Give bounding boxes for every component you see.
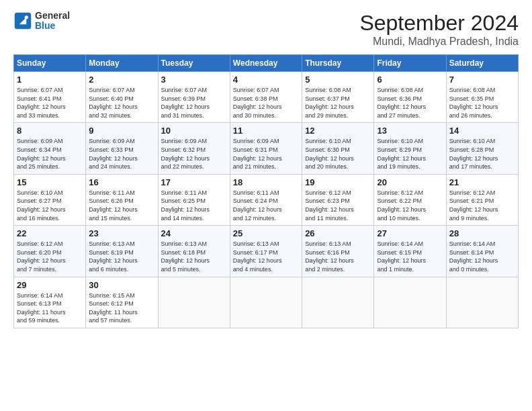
day-cell: 16Sunrise: 6:11 AM Sunset: 6:26 PM Dayli… — [86, 174, 158, 225]
day-cell: 6Sunrise: 6:08 AM Sunset: 6:36 PM Daylig… — [374, 72, 446, 123]
day-number: 26 — [305, 228, 371, 238]
day-info: Sunrise: 6:08 AM Sunset: 6:35 PM Dayligh… — [449, 86, 515, 120]
calendar-table: SundayMondayTuesdayWednesdayThursdayFrid… — [13, 54, 519, 328]
day-number: 6 — [377, 75, 443, 85]
day-number: 18 — [233, 177, 299, 187]
day-cell: 21Sunrise: 6:12 AM Sunset: 6:21 PM Dayli… — [446, 174, 518, 225]
day-info: Sunrise: 6:14 AM Sunset: 6:14 PM Dayligh… — [449, 240, 515, 273]
day-info: Sunrise: 6:12 AM Sunset: 6:20 PM Dayligh… — [17, 240, 83, 273]
day-cell: 20Sunrise: 6:12 AM Sunset: 6:22 PM Dayli… — [374, 174, 446, 225]
day-info: Sunrise: 6:10 AM Sunset: 6:28 PM Dayligh… — [449, 137, 515, 171]
week-row-2: 8Sunrise: 6:09 AM Sunset: 6:34 PM Daylig… — [14, 123, 519, 174]
day-cell: 10Sunrise: 6:09 AM Sunset: 6:32 PM Dayli… — [158, 123, 230, 174]
day-info: Sunrise: 6:13 AM Sunset: 6:17 PM Dayligh… — [233, 240, 299, 273]
day-cell: 3Sunrise: 6:07 AM Sunset: 6:39 PM Daylig… — [158, 72, 230, 123]
day-number: 20 — [377, 177, 443, 187]
day-number: 29 — [17, 280, 83, 290]
day-info: Sunrise: 6:14 AM Sunset: 6:13 PM Dayligh… — [17, 291, 83, 325]
day-cell: 28Sunrise: 6:14 AM Sunset: 6:14 PM Dayli… — [446, 226, 518, 277]
day-info: Sunrise: 6:12 AM Sunset: 6:23 PM Dayligh… — [305, 189, 371, 222]
day-info: Sunrise: 6:11 AM Sunset: 6:24 PM Dayligh… — [233, 189, 299, 222]
day-cell: 27Sunrise: 6:14 AM Sunset: 6:15 PM Dayli… — [374, 226, 446, 277]
day-info: Sunrise: 6:13 AM Sunset: 6:19 PM Dayligh… — [89, 240, 154, 273]
day-info: Sunrise: 6:12 AM Sunset: 6:21 PM Dayligh… — [449, 189, 515, 222]
day-cell — [446, 277, 518, 328]
day-info: Sunrise: 6:10 AM Sunset: 6:29 PM Dayligh… — [377, 137, 443, 171]
day-info: Sunrise: 6:09 AM Sunset: 6:31 PM Dayligh… — [233, 137, 299, 171]
day-info: Sunrise: 6:08 AM Sunset: 6:36 PM Dayligh… — [377, 86, 443, 120]
day-number: 3 — [161, 75, 227, 85]
day-number: 4 — [233, 75, 299, 85]
week-row-4: 22Sunrise: 6:12 AM Sunset: 6:20 PM Dayli… — [14, 226, 519, 277]
day-info: Sunrise: 6:10 AM Sunset: 6:30 PM Dayligh… — [305, 137, 371, 171]
day-cell — [374, 277, 446, 328]
weekday-row: SundayMondayTuesdayWednesdayThursdayFrid… — [14, 55, 519, 72]
logo-general: General — [35, 11, 70, 21]
day-number: 10 — [161, 126, 227, 136]
day-info: Sunrise: 6:08 AM Sunset: 6:37 PM Dayligh… — [305, 86, 371, 120]
calendar-title: September 2024 — [359, 11, 519, 36]
weekday-header-friday: Friday — [374, 55, 446, 72]
day-number: 17 — [161, 177, 227, 187]
day-number: 15 — [17, 177, 83, 187]
day-cell — [158, 277, 230, 328]
day-number: 21 — [449, 177, 515, 187]
svg-point-2 — [25, 16, 28, 19]
day-info: Sunrise: 6:13 AM Sunset: 6:18 PM Dayligh… — [161, 240, 227, 273]
logo-text: General Blue — [35, 11, 70, 32]
day-number: 16 — [89, 177, 154, 187]
weekday-header-sunday: Sunday — [14, 55, 86, 72]
day-cell: 7Sunrise: 6:08 AM Sunset: 6:35 PM Daylig… — [446, 72, 518, 123]
day-info: Sunrise: 6:13 AM Sunset: 6:16 PM Dayligh… — [305, 240, 371, 273]
logo: General Blue — [13, 11, 70, 32]
day-number: 7 — [449, 75, 515, 85]
page-container: General Blue September 2024 Mundi, Madhy… — [0, 0, 532, 335]
day-cell: 13Sunrise: 6:10 AM Sunset: 6:29 PM Dayli… — [374, 123, 446, 174]
day-cell: 9Sunrise: 6:09 AM Sunset: 6:33 PM Daylig… — [86, 123, 158, 174]
calendar-subtitle: Mundi, Madhya Pradesh, India — [359, 36, 519, 48]
weekday-header-thursday: Thursday — [302, 55, 374, 72]
day-cell: 17Sunrise: 6:11 AM Sunset: 6:25 PM Dayli… — [158, 174, 230, 225]
day-cell: 23Sunrise: 6:13 AM Sunset: 6:19 PM Dayli… — [86, 226, 158, 277]
day-info: Sunrise: 6:11 AM Sunset: 6:25 PM Dayligh… — [161, 189, 227, 222]
day-info: Sunrise: 6:07 AM Sunset: 6:40 PM Dayligh… — [89, 86, 154, 120]
day-number: 12 — [305, 126, 371, 136]
day-cell: 15Sunrise: 6:10 AM Sunset: 6:27 PM Dayli… — [14, 174, 86, 225]
day-cell: 12Sunrise: 6:10 AM Sunset: 6:30 PM Dayli… — [302, 123, 374, 174]
day-cell: 18Sunrise: 6:11 AM Sunset: 6:24 PM Dayli… — [230, 174, 302, 225]
day-cell: 5Sunrise: 6:08 AM Sunset: 6:37 PM Daylig… — [302, 72, 374, 123]
day-cell: 11Sunrise: 6:09 AM Sunset: 6:31 PM Dayli… — [230, 123, 302, 174]
day-cell: 25Sunrise: 6:13 AM Sunset: 6:17 PM Dayli… — [230, 226, 302, 277]
day-cell: 19Sunrise: 6:12 AM Sunset: 6:23 PM Dayli… — [302, 174, 374, 225]
weekday-header-wednesday: Wednesday — [230, 55, 302, 72]
day-cell — [302, 277, 374, 328]
calendar-header: SundayMondayTuesdayWednesdayThursdayFrid… — [14, 55, 519, 72]
day-cell: 24Sunrise: 6:13 AM Sunset: 6:18 PM Dayli… — [158, 226, 230, 277]
week-row-5: 29Sunrise: 6:14 AM Sunset: 6:13 PM Dayli… — [14, 277, 519, 328]
day-number: 5 — [305, 75, 371, 85]
day-info: Sunrise: 6:15 AM Sunset: 6:12 PM Dayligh… — [89, 291, 154, 325]
day-number: 19 — [305, 177, 371, 187]
day-cell — [230, 277, 302, 328]
logo-icon — [13, 11, 32, 30]
day-info: Sunrise: 6:07 AM Sunset: 6:38 PM Dayligh… — [233, 86, 299, 120]
day-info: Sunrise: 6:12 AM Sunset: 6:22 PM Dayligh… — [377, 189, 443, 222]
day-number: 14 — [449, 126, 515, 136]
day-cell: 29Sunrise: 6:14 AM Sunset: 6:13 PM Dayli… — [14, 277, 86, 328]
day-number: 2 — [89, 75, 154, 85]
day-cell: 8Sunrise: 6:09 AM Sunset: 6:34 PM Daylig… — [14, 123, 86, 174]
day-cell: 4Sunrise: 6:07 AM Sunset: 6:38 PM Daylig… — [230, 72, 302, 123]
day-info: Sunrise: 6:09 AM Sunset: 6:33 PM Dayligh… — [89, 137, 154, 171]
day-info: Sunrise: 6:09 AM Sunset: 6:32 PM Dayligh… — [161, 137, 227, 171]
day-number: 30 — [89, 280, 154, 290]
header-row: General Blue September 2024 Mundi, Madhy… — [13, 11, 519, 48]
day-number: 1 — [17, 75, 83, 85]
weekday-header-tuesday: Tuesday — [158, 55, 230, 72]
day-number: 22 — [17, 228, 83, 238]
weekday-header-saturday: Saturday — [446, 55, 518, 72]
day-info: Sunrise: 6:14 AM Sunset: 6:15 PM Dayligh… — [377, 240, 443, 273]
week-row-1: 1Sunrise: 6:07 AM Sunset: 6:41 PM Daylig… — [14, 72, 519, 123]
day-number: 11 — [233, 126, 299, 136]
title-block: September 2024 Mundi, Madhya Pradesh, In… — [359, 11, 519, 48]
day-cell: 26Sunrise: 6:13 AM Sunset: 6:16 PM Dayli… — [302, 226, 374, 277]
